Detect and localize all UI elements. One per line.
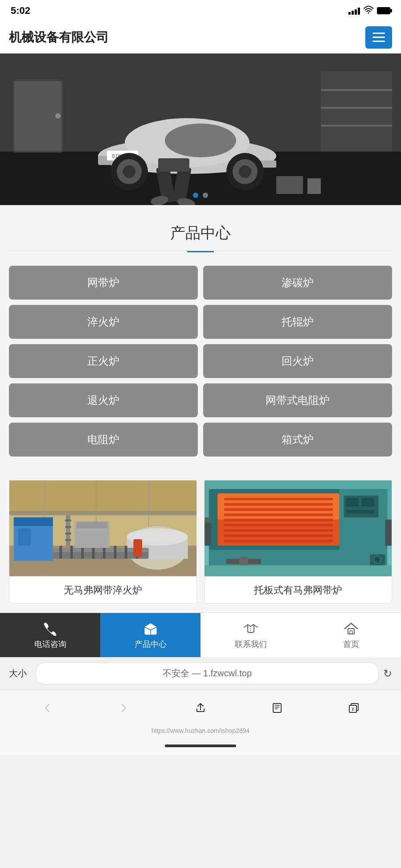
wifi-icon	[364, 6, 373, 16]
svg-rect-83	[385, 519, 392, 546]
svg-rect-71	[224, 519, 333, 522]
nav-item-products[interactable]: 产品中心	[100, 613, 200, 657]
svg-point-6	[55, 113, 61, 119]
product-btn-dian-zu-lu[interactable]: 电阻炉	[9, 423, 198, 457]
handshake-icon	[243, 621, 258, 636]
svg-rect-73	[224, 529, 333, 532]
header: 机械设备有限公司	[0, 21, 401, 53]
address-bar: 大小 不安全 — 1.fzwcwl.top ↻	[0, 657, 401, 690]
svg-point-89	[374, 556, 381, 564]
menu-line-2	[372, 37, 385, 38]
svg-rect-80	[346, 510, 374, 514]
menu-line-3	[372, 41, 385, 42]
nav-item-home[interactable]: 首页	[301, 613, 401, 657]
svg-rect-59	[65, 526, 71, 528]
hero-dot-2[interactable]	[203, 193, 208, 198]
svg-point-23	[239, 165, 251, 178]
svg-rect-47	[70, 546, 73, 559]
address-url: 不安全 — 1.fzwcwl.top	[163, 667, 252, 679]
svg-rect-56	[77, 522, 107, 528]
nav-item-phone[interactable]: 电话咨询	[0, 613, 100, 657]
svg-point-13	[165, 123, 236, 157]
svg-point-20	[123, 165, 135, 178]
svg-rect-4	[13, 80, 62, 152]
svg-rect-96	[273, 703, 281, 712]
svg-rect-78	[346, 498, 359, 507]
nav-item-contact[interactable]: 联系我们	[200, 613, 301, 657]
card-image-2	[205, 479, 392, 577]
refresh-icon[interactable]: ↻	[383, 667, 392, 680]
status-icons	[348, 6, 390, 16]
svg-text:2: 2	[352, 707, 354, 712]
svg-rect-32	[9, 481, 196, 515]
hero-dots	[193, 193, 208, 198]
address-size-label: 大小	[9, 667, 31, 679]
svg-rect-43	[18, 528, 31, 546]
product-btn-tuo-gun-lu[interactable]: 托辊炉	[203, 305, 392, 339]
svg-rect-9	[321, 107, 392, 109]
product-btn-wang-dai-lu[interactable]: 网带炉	[9, 266, 198, 300]
browser-toolbar: 2	[0, 690, 401, 725]
bottom-nav: 电话咨询 产品中心 联系我们 首页	[0, 613, 401, 657]
product-card-1[interactable]: 无马弗网带淬火炉	[9, 479, 197, 604]
nav-label-home: 首页	[343, 639, 359, 650]
svg-rect-75	[224, 539, 333, 542]
svg-rect-8	[321, 89, 392, 91]
home-icon	[344, 621, 359, 636]
nav-label-products: 产品中心	[135, 639, 167, 650]
svg-rect-61	[65, 539, 71, 541]
product-btn-xiang-shi-lu[interactable]: 箱式炉	[203, 423, 392, 457]
svg-rect-74	[224, 535, 333, 537]
box-icon	[143, 621, 158, 636]
svg-rect-30	[307, 178, 321, 194]
signal-icon	[348, 7, 360, 15]
menu-button[interactable]	[365, 26, 392, 49]
svg-rect-33	[9, 511, 196, 515]
svg-rect-95	[350, 631, 352, 634]
hero-image: DINOCAR	[0, 53, 401, 205]
nav-label-phone: 电话咨询	[34, 639, 66, 650]
product-btn-cui-huo-lu[interactable]: 淬火炉	[9, 305, 198, 339]
product-cards: 无马弗网带淬火炉	[0, 470, 401, 613]
svg-rect-82	[205, 518, 211, 523]
products-section: 产品中心 网带炉 渗碳炉 淬火炉 托辊炉 正火炉 回火炉 退火炉 网带式电阻炉 …	[0, 205, 401, 470]
menu-line-1	[372, 33, 385, 34]
nav-label-contact: 联系我们	[235, 639, 267, 650]
svg-rect-28	[158, 158, 189, 172]
products-title: 产品中心	[9, 223, 392, 243]
product-grid: 网带炉 渗碳炉 淬火炉 托辊炉 正火炉 回火炉 退火炉 网带式电阻炉 电阻炉 箱…	[9, 266, 392, 457]
watermark: https://www.huzhan.com/ishop2894	[0, 725, 401, 736]
product-btn-wang-dai-shi-dian-zu-lu[interactable]: 网带式电阻炉	[203, 383, 392, 417]
product-btn-shen-tan-lu[interactable]: 渗碳炉	[203, 266, 392, 300]
share-button[interactable]	[187, 695, 214, 721]
tabs-button[interactable]: 2	[340, 695, 367, 721]
section-divider-accent	[187, 251, 214, 252]
svg-rect-10	[321, 125, 392, 127]
product-card-2[interactable]: 托板式有马弗网带炉	[204, 479, 392, 604]
watermark-text: https://www.huzhan.com/ishop2894	[151, 727, 250, 734]
svg-rect-67	[224, 498, 333, 501]
hero-scene: DINOCAR	[0, 53, 401, 205]
svg-rect-87	[239, 556, 248, 565]
svg-rect-58	[65, 519, 71, 521]
bookmarks-button[interactable]	[264, 695, 291, 721]
svg-rect-52	[125, 546, 127, 559]
product-btn-zheng-huo-lu[interactable]: 正火炉	[9, 344, 198, 378]
svg-rect-70	[224, 514, 333, 516]
hero-dot-1[interactable]	[193, 193, 198, 198]
hero-banner: DINOCAR	[0, 53, 401, 205]
svg-rect-81	[205, 519, 211, 546]
product-btn-hui-huo-lu[interactable]: 回火炉	[203, 344, 392, 378]
status-time: 5:02	[11, 5, 30, 16]
card-image-1	[9, 479, 196, 577]
address-input[interactable]: 不安全 — 1.fzwcwl.top	[36, 662, 379, 684]
svg-rect-54	[133, 539, 142, 556]
section-divider	[9, 251, 392, 251]
forward-button[interactable]	[110, 695, 137, 721]
product-btn-tui-huo-lu[interactable]: 退火炉	[9, 383, 198, 417]
status-bar: 5:02	[0, 0, 401, 21]
back-button[interactable]	[34, 695, 61, 721]
svg-rect-46	[59, 546, 62, 559]
svg-rect-68	[224, 503, 333, 506]
svg-rect-29	[276, 176, 303, 194]
